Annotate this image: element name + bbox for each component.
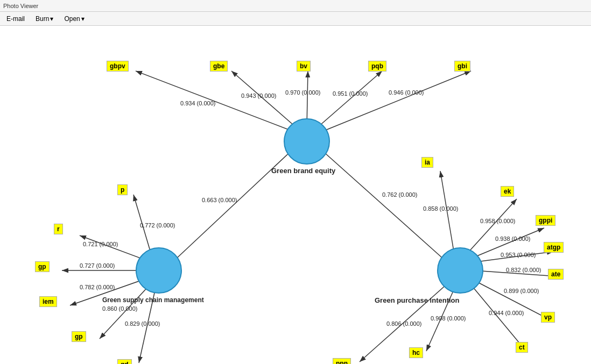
box-iem: iem: [39, 296, 57, 307]
label-pqb-edge: 0.951 (0.000): [333, 90, 368, 97]
box-pqb: pqb: [368, 61, 386, 72]
edge-gbi: [320, 71, 471, 132]
box-ate: ate: [548, 269, 564, 280]
box-bv: bv: [297, 61, 311, 72]
box-p: p: [117, 184, 128, 195]
label-ppn-edge: 0.806 (0.000): [386, 320, 421, 327]
window-titlebar: Photo Viewer: [0, 0, 591, 12]
label-p-edge: 0.772 (0.000): [140, 222, 175, 229]
box-ct: ct: [516, 342, 528, 353]
box-gppi: gppi: [536, 215, 555, 226]
label-gd-edge: 0.829 (0.000): [125, 320, 160, 327]
label-gbe-edge: 0.943 (0.000): [241, 92, 276, 99]
label-ek-edge: 0.958 (0.000): [480, 218, 515, 224]
edge-gscm-gbe: [172, 148, 294, 262]
open-dropdown-icon: ▾: [81, 15, 85, 23]
label-gp2-edge: 0.860 (0.000): [102, 305, 137, 312]
label-ia-edge: 0.858 (0.000): [423, 205, 458, 212]
label-vp-edge: 0.899 (0.000): [504, 288, 539, 294]
label-r-edge: 0.721 (0.000): [83, 241, 118, 247]
box-gbe: gbe: [210, 61, 228, 72]
edge-ek: [464, 199, 517, 257]
box-hc: hc: [409, 347, 423, 358]
burn-dropdown-icon: ▾: [50, 15, 53, 23]
edge-gbe: [231, 71, 299, 130]
label-gpi-node: Green purchase intention: [375, 296, 459, 304]
label-gscm-node: Green supply chain management: [102, 296, 204, 304]
box-atgp: atgp: [544, 242, 564, 253]
edge-gbpv: [136, 71, 296, 132]
label-ct-edge: 0.944 (0.000): [489, 310, 524, 316]
box-ek: ek: [501, 186, 514, 197]
label-gbe-node: Green brand equity: [271, 167, 335, 175]
box-r: r: [54, 224, 63, 234]
window-title: Photo Viewer: [3, 3, 38, 9]
menu-open[interactable]: Open ▾: [61, 14, 87, 24]
label-gp1-edge: 0.727 (0.000): [80, 262, 115, 269]
label-bv-edge: 0.970 (0.000): [285, 89, 320, 96]
label-gppi-edge: 0.938 (0.000): [495, 235, 530, 242]
label-gbi-edge: 0.946 (0.000): [389, 89, 424, 96]
node-gbe: [284, 119, 329, 164]
node-gscm: [136, 248, 181, 293]
label-gbe-gpi-edge: 0.762 (0.000): [382, 191, 417, 198]
box-gbi: gbi: [454, 61, 470, 72]
box-gbpv: gbpv: [107, 61, 129, 72]
window-menubar: E-mail Burn ▾ Open ▾: [0, 12, 591, 26]
label-gscm-gbe-edge: 0.663 (0.000): [202, 197, 237, 203]
label-hc-edge: 0.908 (0.000): [431, 315, 466, 322]
box-gd: gd: [117, 359, 132, 364]
label-atgp-edge: 0.953 (0.000): [501, 252, 536, 258]
box-gp2: gp: [72, 331, 86, 342]
diagram-area: 0.934 (0.000) 0.943 (0.000) 0.970 (0.000…: [0, 26, 591, 364]
box-vp: vp: [541, 312, 555, 323]
edge-ia: [440, 171, 455, 258]
node-gpi: [438, 248, 483, 293]
menu-burn[interactable]: Burn ▾: [32, 14, 57, 24]
label-iem-edge: 0.782 (0.000): [80, 284, 115, 290]
box-gp1: gp: [35, 261, 50, 272]
edge-r: [80, 235, 147, 261]
box-ppn: ppn: [333, 358, 351, 364]
box-ia: ia: [421, 157, 433, 168]
label-gbpv-edge: 0.934 (0.000): [180, 100, 215, 106]
menu-email[interactable]: E-mail: [3, 14, 28, 24]
label-ate-edge: 0.832 (0.000): [506, 267, 541, 273]
